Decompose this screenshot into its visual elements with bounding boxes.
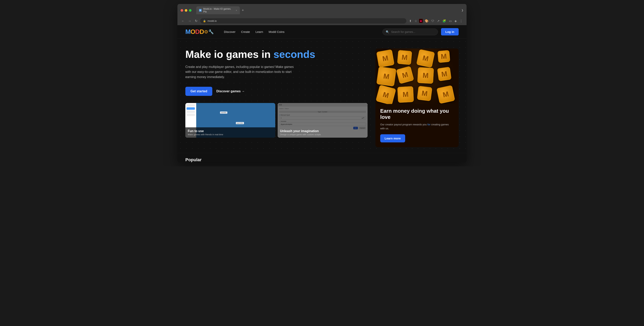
wrench-icon: 🔧 xyxy=(208,29,214,34)
website-content: MODD ⚙ 🔧 Discover Create Learn Modd Coin… xyxy=(178,25,466,162)
nav-learn[interactable]: Learn xyxy=(256,30,263,34)
nav-links: Discover Create Learn Modd Coins xyxy=(224,30,284,34)
screenshot-unleash: Edit action / Value Type: number ● Manua… xyxy=(278,103,368,138)
coin-3: M xyxy=(416,49,435,68)
back-button[interactable]: ← xyxy=(180,18,185,24)
earn-content: Earn money doing what you love Our creat… xyxy=(376,104,459,147)
extension-icon-red[interactable]: ■ xyxy=(419,19,423,23)
extension-icon-shield[interactable]: 🛡 xyxy=(430,18,435,23)
screenshot-desc-1: Make games with friends in real-time xyxy=(188,133,273,136)
screenshot-overlay-1: Fun to use Make games with friends in re… xyxy=(185,127,275,138)
share-icon[interactable]: ⬆ xyxy=(408,18,412,24)
browser-window: M Modd.io - Make IO games. Pla × + ❯ ← →… xyxy=(178,4,466,162)
hero-title: Make io games in seconds xyxy=(185,48,368,60)
logo-d1: D xyxy=(195,28,200,35)
coin-10: M xyxy=(397,86,414,103)
login-button[interactable]: Log in xyxy=(441,28,459,36)
logo-o1: O xyxy=(190,28,195,35)
coin-6: M xyxy=(396,66,414,84)
player-tag-2: user1081 xyxy=(236,122,244,124)
hero-title-accent: seconds xyxy=(274,48,315,60)
screenshot-title-1: Fun to use xyxy=(188,129,273,133)
logo-d2: D xyxy=(200,28,204,35)
browser-titlebar: M Modd.io - Make IO games. Pla × + ❯ xyxy=(178,4,466,17)
popular-section: Popular xyxy=(178,153,466,162)
hero-title-prefix: Make io games in xyxy=(185,48,274,60)
tabs-chevron[interactable]: ❯ xyxy=(462,9,464,12)
hero-section: Make io games in seconds Create and play… xyxy=(178,38,466,153)
site-logo[interactable]: MODD ⚙ 🔧 xyxy=(185,28,214,36)
coin-1: M xyxy=(376,49,395,68)
logo-m: M xyxy=(185,28,190,35)
maximize-dot[interactable] xyxy=(189,9,192,12)
get-started-button[interactable]: Get started xyxy=(185,87,212,96)
sidebar-item-1 xyxy=(186,104,195,106)
earn-panel: M M M M M M M M M M M M Earn money doing… xyxy=(376,48,459,147)
discover-games-button[interactable]: Discover games → xyxy=(216,90,244,93)
coin-12: M xyxy=(436,85,455,104)
earn-desc-accent: for xyxy=(427,123,430,126)
reload-button[interactable]: ↻ xyxy=(194,18,198,24)
forward-button[interactable]: → xyxy=(187,18,192,24)
site-nav: MODD ⚙ 🔧 Discover Create Learn Modd Coin… xyxy=(178,25,466,38)
search-icon: 🔍 xyxy=(386,30,389,34)
tab-bar: M Modd.io - Make IO games. Pla × + xyxy=(196,6,459,14)
nav-right: 🔍 Search for games... Log in xyxy=(382,28,459,36)
bookmark-icon[interactable]: ☆ xyxy=(414,18,418,24)
popular-label: Popular xyxy=(185,157,202,162)
coin-11: M xyxy=(417,86,432,101)
close-dot[interactable] xyxy=(180,9,183,12)
tab-close-button[interactable]: × xyxy=(236,9,237,12)
logo-text: MODD xyxy=(185,28,204,36)
tab-favicon: M xyxy=(199,9,202,12)
menu-icon[interactable]: ⋮ xyxy=(459,18,464,24)
sidebar-item-4 xyxy=(186,114,195,116)
earn-desc-prefix: Our creator payout program rewards you xyxy=(380,123,427,126)
hero-screenshots: user991 user1081 Fun to use Make games w… xyxy=(185,103,368,138)
search-placeholder: Search for games... xyxy=(391,30,415,34)
sidebar-icon[interactable]: ▭ xyxy=(448,18,452,24)
sidebar-item-3 xyxy=(186,110,195,113)
search-bar[interactable]: 🔍 Search for games... xyxy=(382,28,438,35)
browser-controls xyxy=(180,9,192,12)
screenshot-overlay-2: Unleash your imagination Design a unique… xyxy=(278,103,368,138)
tab-title: Modd.io - Make IO games. Pla xyxy=(203,8,233,13)
minimize-dot[interactable] xyxy=(185,9,187,12)
earn-desc: Our creator payout program rewards you f… xyxy=(380,122,454,130)
nav-discover[interactable]: Discover xyxy=(224,30,236,34)
address-bar[interactable]: 🔒 modd.io xyxy=(200,18,406,24)
extension-icon-arrow[interactable]: ↗ xyxy=(436,18,440,24)
coin-9: M xyxy=(376,84,396,104)
earn-coins-bg: M M M M M M M M M M M M xyxy=(376,48,459,104)
coin-2: M xyxy=(397,50,412,65)
extension-icon-puzzle[interactable]: 🧩 xyxy=(442,18,447,24)
nav-modd-coins[interactable]: Modd Coins xyxy=(269,30,284,34)
toolbar-actions: ⬆ ☆ ■ 🎨 🛡 ↗ 🧩 ▭ ◈ ⋮ xyxy=(408,18,464,24)
hero-subtitle: Create and play multiplayer games, inclu… xyxy=(185,64,296,80)
learn-more-button[interactable]: Learn more xyxy=(380,134,405,142)
screenshot-title-2: Unleash your imagination xyxy=(280,129,365,133)
gear-icon: ⚙ xyxy=(204,29,208,35)
active-tab[interactable]: M Modd.io - Make IO games. Pla × xyxy=(196,6,240,14)
nav-create[interactable]: Create xyxy=(241,30,250,34)
coin-7: M xyxy=(417,67,434,84)
sidebar-item-2 xyxy=(186,107,195,110)
coin-8: M xyxy=(437,67,451,81)
profile-icon[interactable]: ◈ xyxy=(454,18,458,24)
screenshot-desc-2: Design a unique game with custom scripts xyxy=(280,133,365,136)
player-tag-1: user991 xyxy=(220,112,227,114)
browser-toolbar: ← → ↻ 🔒 modd.io ⬆ ☆ ■ 🎨 🛡 ↗ 🧩 ▭ ◈ ⋮ xyxy=(178,17,466,25)
url-text: modd.io xyxy=(208,20,217,22)
lock-icon: 🔒 xyxy=(203,20,206,22)
screenshot-fun-to-use: user991 user1081 Fun to use Make games w… xyxy=(185,103,275,138)
coin-4: M xyxy=(437,50,450,63)
extension-icon-color[interactable]: 🎨 xyxy=(424,18,429,24)
coin-5: M xyxy=(376,66,396,86)
hero-left: Make io games in seconds Create and play… xyxy=(185,48,368,147)
hero-cta: Get started Discover games → xyxy=(185,87,368,96)
earn-title: Earn money doing what you love xyxy=(380,108,454,120)
new-tab-button[interactable]: + xyxy=(240,8,245,12)
